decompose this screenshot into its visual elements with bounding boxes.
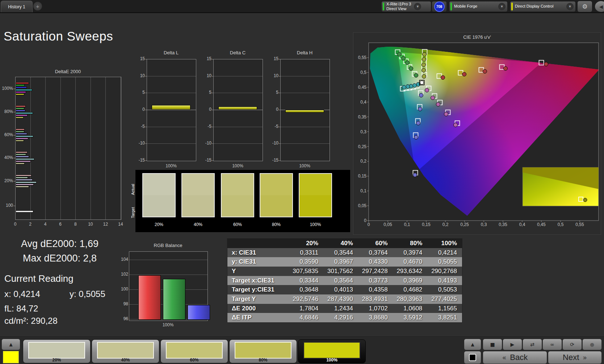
x-tick-label: 2 [25,222,36,227]
y-tick-label: -10 [201,141,211,146]
step-button[interactable]: ⇄ [523,339,542,350]
table-header-cell: 60% [358,240,393,247]
table-header-cell: 100% [427,240,462,247]
table-cell: 1,0608 [393,305,428,312]
current-patch-preview[interactable] [3,351,19,363]
play-button[interactable]: ▶ [503,339,522,350]
table-cell: 290,2768 [427,268,462,275]
table-cell: 0,4670 [393,258,428,265]
cie-tick-label: 0 [364,218,366,223]
x-tick-label: 14 [115,222,126,227]
target-swatch [260,195,292,217]
cie-tick-label: 0,2 [442,222,449,227]
gridline [105,77,106,219]
axis-tick [212,59,213,59]
de-bar-cyan [16,89,32,91]
patch-swatch [303,342,360,359]
tab-history-1[interactable]: History 1 [1,1,33,13]
display-control-dropdown[interactable]: Direct Display Control ▼ [510,1,576,12]
patch-button-40%[interactable]: 40% [92,339,159,363]
actual-swatch [182,174,214,195]
gridline [281,143,330,144]
deltae2000-chart: DeltaE 200002468101214100%80%60%40%20%10… [0,67,127,230]
axis-tick [279,76,280,76]
group-label: 60% [0,132,13,137]
table-cell: 0,3311 [289,249,323,256]
row-label: Y [227,268,289,275]
patch-list-up-button[interactable]: ▲ [1,339,20,350]
target-swatch [299,195,331,217]
patch-button-20%[interactable]: 20% [23,339,91,363]
de-bar-magenta [16,160,31,162]
table-row: Target y:CIE310,36480,40130,43580,46820,… [227,285,462,294]
cie-tick-label: 0,05 [383,222,392,227]
blue-measured-marker [414,135,418,139]
next-button[interactable]: Next » [548,351,602,364]
axis-tick [212,160,213,161]
table-cell: 0,4013 [323,286,358,293]
axis-tick [212,143,213,144]
meter-status-bar [383,3,384,11]
table-cell: 1,7804 [289,305,323,312]
add-tab-button[interactable]: + [33,2,42,11]
loop-icon: ⟳ [570,342,574,347]
red-measured-marker [544,62,548,66]
y-tick-label: 102 [118,272,128,277]
source-dropdown[interactable]: Mobile Forge ▼ [449,1,508,12]
gridline [214,93,263,93]
de-bar-red [16,105,26,107]
de-bar-cyan [16,112,33,114]
cie-tick-label: 0,2 [360,159,366,164]
axis-tick [145,127,147,127]
x-category-label: 100% [213,163,262,168]
x-category-label: 100% [280,163,329,168]
y-tick-label: 10 [201,73,211,78]
next-button-label: Next [563,353,579,362]
table-header-cell: 20% [289,240,323,247]
gridline [45,77,46,219]
y-tick-label: 5 [268,90,278,95]
de-bar-red [16,151,28,153]
settings-button[interactable]: ⚙ [577,1,592,12]
meter-dropdown[interactable]: X-Rite i1Pro 3 Direct View ▼ [381,1,431,12]
de-bar-yellow [16,93,24,95]
table-row: x: CIE310,33110,35440,37640,39740,4214 [227,248,462,258]
axis-tick [13,181,15,181]
page-title: Saturation Sweeps [4,29,113,43]
gridline [129,275,207,275]
de-bar-cyan [16,181,37,183]
loop-button[interactable]: ⟳ [562,339,582,350]
back-button[interactable]: « Back [483,351,547,364]
meter-count-badge[interactable]: 708 [432,1,447,12]
source-status-bar [450,3,452,11]
y-tick-label: -15 [201,158,211,163]
actual-swatch [260,174,292,195]
swatch-60% [221,173,254,217]
de-bar-green [16,131,24,133]
de-bar-blue [16,110,25,112]
de-bar-green [16,84,25,86]
sequence-up-button[interactable]: ▲ [464,339,481,350]
axis-tick [279,160,280,161]
yellow-measured-marker [422,68,426,72]
collapse-panel-button[interactable]: ◀ [595,1,604,12]
record-button[interactable]: ● [582,339,602,350]
table-cell: 0,3344 [289,277,323,284]
chart-title: Delta L [147,50,196,55]
top-bar: History 1 + X-Rite i1Pro 3 Direct View ▼… [0,0,604,13]
cie-tick-label: 0,45 [358,85,367,90]
y-tick-label: 98 [118,301,128,306]
patch-button-60%[interactable]: 60% [160,339,228,363]
gridline [147,127,196,127]
group-label: 40% [0,155,13,160]
patch-window-button[interactable] [464,351,481,364]
stop-button[interactable]: ■ [483,339,502,350]
de-bar-magenta [16,138,28,139]
x-tick-label: 0 [10,222,21,227]
patch-button-80%[interactable]: 80% [229,339,297,363]
delta-c-chart: Delta C151050-5-10-15100% [201,50,263,170]
patch-button-100%[interactable]: 100% [298,339,366,363]
row-label: Target Y [227,296,289,303]
infinite-button[interactable]: ∞ [542,339,562,350]
swatch-label: 20% [142,222,176,227]
